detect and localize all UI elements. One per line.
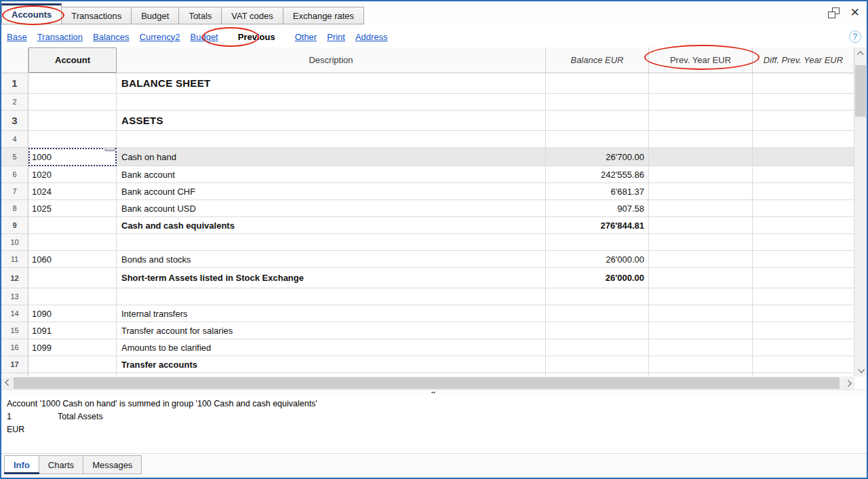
cell-balance-eur[interactable]: 242'555.86 [546,166,649,183]
column-header-diff-prev-year-eur[interactable]: Diff. Prev. Year EUR [753,47,854,73]
column-header-account[interactable]: Account [28,47,117,73]
cell-description[interactable]: Transfer accounts [117,356,546,373]
cell-account[interactable]: 1060 [28,251,117,268]
cell-description[interactable]: Cash on hand [117,148,546,166]
tab-accounts[interactable]: Accounts [1,3,62,24]
bottom-tab-messages[interactable]: Messages [83,455,142,474]
tab-vat-codes[interactable]: VAT codes [222,7,283,24]
cell-account[interactable]: 1024 [28,183,117,200]
cell-description[interactable]: Transfer account for salaries [117,322,546,339]
cell-diff-prev-year-eur[interactable] [753,268,854,288]
row-number[interactable]: 12 [1,268,28,288]
bottom-tab-charts[interactable]: Charts [39,455,83,474]
cell-description[interactable]: Bonds and stocks [117,251,546,268]
cell-account[interactable] [28,234,117,251]
view-link-budget[interactable]: Budget [191,32,218,42]
cell-prev-year-eur[interactable] [649,148,753,166]
row-number[interactable]: 6 [1,166,28,183]
scroll-right-icon[interactable] [842,377,854,389]
cell-diff-prev-year-eur[interactable] [753,356,854,373]
scroll-up-icon[interactable] [854,47,867,60]
cell-prev-year-eur[interactable] [649,111,753,131]
cell-balance-eur[interactable]: 26'700.00 [546,148,649,166]
cell-prev-year-eur[interactable] [649,339,753,356]
cell-account[interactable]: 1025 [28,200,117,217]
cell-diff-prev-year-eur[interactable] [753,131,854,148]
cell-description[interactable]: Short-term Assets listed in Stock Exchan… [117,268,546,288]
cell-description[interactable]: Internal transfers [117,305,546,322]
cell-description[interactable]: Bank account USD [117,200,546,217]
tab-transactions[interactable]: Transactions [62,7,132,24]
cell-description[interactable]: ASSETS [117,111,546,131]
cell-description[interactable]: Amounts to be clarified [117,339,546,356]
cell-diff-prev-year-eur[interactable] [753,73,854,94]
bottom-tab-info[interactable]: Info [4,455,39,474]
cell-account[interactable] [28,217,117,234]
cell-diff-prev-year-eur[interactable] [753,339,854,356]
cell-description[interactable]: Bank account CHF [117,183,546,200]
cell-balance-eur[interactable]: 276'844.81 [546,217,649,234]
cell-diff-prev-year-eur[interactable] [753,288,854,305]
scroll-left-icon[interactable] [1,377,14,389]
cell-prev-year-eur[interactable] [649,251,753,268]
cell-diff-prev-year-eur[interactable] [753,183,854,200]
row-number[interactable]: 10 [1,234,28,251]
tab-totals[interactable]: Totals [179,7,222,24]
row-number[interactable]: 9 [1,217,28,234]
cell-account[interactable]: 1020 [28,166,117,183]
row-number[interactable]: 3 [1,111,28,131]
vertical-scrollbar-thumb[interactable] [855,65,866,117]
cell-description[interactable] [117,94,546,111]
cell-balance-eur[interactable] [546,94,649,111]
cell-prev-year-eur[interactable] [649,94,753,111]
row-number[interactable]: 14 [1,305,28,322]
row-number[interactable]: 7 [1,183,28,200]
cell-prev-year-eur[interactable] [649,217,753,234]
view-link-other[interactable]: Other [295,32,317,42]
cell-prev-year-eur[interactable] [649,234,753,251]
tab-exchange-rates[interactable]: Exchange rates [283,7,364,24]
cell-balance-eur[interactable] [546,73,649,94]
cell-account[interactable] [28,288,117,305]
view-link-address[interactable]: Address [355,32,388,42]
cell-description[interactable]: BALANCE SHEET [117,73,546,94]
cell-balance-eur[interactable] [546,339,649,356]
row-number[interactable]: 5 [1,148,28,166]
cell-balance-eur[interactable] [546,322,649,339]
view-link-previous[interactable]: Previous [229,32,285,42]
close-icon[interactable]: ✕ [850,7,860,18]
row-number[interactable]: 16 [1,339,28,356]
cell-description[interactable]: Bank account [117,166,546,183]
cell-prev-year-eur[interactable] [649,322,753,339]
cell-balance-eur[interactable] [546,288,649,305]
column-header-balance-eur[interactable]: Balance EUR [546,47,649,73]
cell-prev-year-eur[interactable] [649,268,753,288]
column-header-row-number[interactable] [1,47,28,73]
cell-diff-prev-year-eur[interactable] [753,148,854,166]
cell-diff-prev-year-eur[interactable] [753,94,854,111]
row-number[interactable]: 4 [1,131,28,148]
view-link-transaction[interactable]: Transaction [37,32,83,42]
row-number[interactable]: 15 [1,322,28,339]
cell-account[interactable]: 1099 [28,339,117,356]
cell-prev-year-eur[interactable] [649,305,753,322]
column-header-prev-year-eur[interactable]: Prev. Year EUR [649,47,753,73]
cell-balance-eur[interactable] [546,234,649,251]
cell-diff-prev-year-eur[interactable] [753,166,854,183]
cell-diff-prev-year-eur[interactable] [753,111,854,131]
row-number[interactable]: 17 [1,356,28,373]
cell-balance-eur[interactable]: 26'000.00 [546,268,649,288]
cell-balance-eur[interactable]: 6'681.37 [546,183,649,200]
cell-diff-prev-year-eur[interactable] [753,200,854,217]
row-number[interactable]: 11 [1,251,28,268]
cell-account[interactable] [28,73,117,94]
horizontal-scrollbar-thumb[interactable] [14,377,840,389]
cell-prev-year-eur[interactable] [649,131,753,148]
row-number[interactable]: 8 [1,200,28,217]
tab-budget[interactable]: Budget [132,7,179,24]
cell-account[interactable] [28,268,117,288]
cell-extract-grid-icon[interactable] [104,148,115,151]
cell-account[interactable]: 1091 [28,322,117,339]
cell-diff-prev-year-eur[interactable] [753,322,854,339]
cell-account[interactable] [28,356,117,373]
